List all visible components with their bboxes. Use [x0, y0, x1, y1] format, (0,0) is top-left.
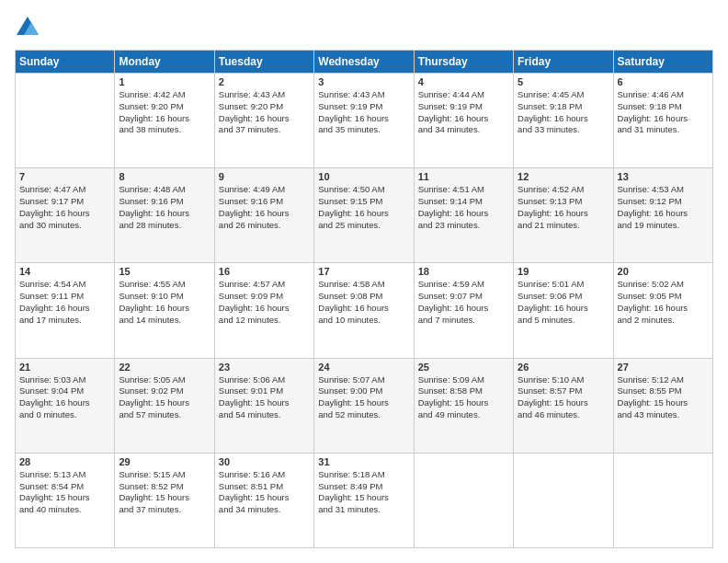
day-number: 8	[119, 171, 210, 182]
day-number: 26	[518, 362, 609, 373]
week-row-1: 1Sunrise: 4:42 AM Sunset: 9:20 PM Daylig…	[16, 74, 713, 168]
calendar-cell: 11Sunrise: 4:51 AM Sunset: 9:14 PM Dayli…	[414, 168, 513, 263]
day-number: 27	[618, 362, 709, 373]
day-number: 6	[618, 76, 709, 87]
day-number: 3	[318, 76, 409, 87]
day-number: 9	[219, 171, 310, 182]
calendar-cell: 8Sunrise: 4:48 AM Sunset: 9:16 PM Daylig…	[115, 168, 214, 263]
day-number: 15	[119, 266, 210, 277]
day-info: Sunrise: 4:51 AM Sunset: 9:14 PM Dayligh…	[418, 184, 509, 231]
calendar-cell: 24Sunrise: 5:07 AM Sunset: 9:00 PM Dayli…	[314, 358, 414, 453]
day-number: 16	[219, 266, 310, 277]
day-number: 4	[418, 76, 509, 87]
week-row-5: 28Sunrise: 5:13 AM Sunset: 8:54 PM Dayli…	[16, 453, 713, 547]
day-info: Sunrise: 5:15 AM Sunset: 8:52 PM Dayligh…	[119, 469, 210, 516]
day-number: 23	[219, 362, 310, 373]
calendar-cell: 13Sunrise: 4:53 AM Sunset: 9:12 PM Dayli…	[613, 168, 712, 263]
calendar-cell: 27Sunrise: 5:12 AM Sunset: 8:55 PM Dayli…	[613, 358, 712, 453]
day-number: 13	[618, 171, 709, 182]
week-row-2: 7Sunrise: 4:47 AM Sunset: 9:17 PM Daylig…	[16, 168, 713, 263]
calendar-cell: 2Sunrise: 4:43 AM Sunset: 9:20 PM Daylig…	[214, 74, 313, 168]
day-info: Sunrise: 4:52 AM Sunset: 9:13 PM Dayligh…	[518, 184, 609, 231]
day-info: Sunrise: 4:58 AM Sunset: 9:08 PM Dayligh…	[318, 279, 409, 326]
calendar-cell: 20Sunrise: 5:02 AM Sunset: 9:05 PM Dayli…	[613, 263, 712, 358]
calendar-cell: 31Sunrise: 5:18 AM Sunset: 8:49 PM Dayli…	[314, 453, 414, 547]
day-info: Sunrise: 5:01 AM Sunset: 9:06 PM Dayligh…	[518, 279, 609, 326]
day-number: 12	[518, 171, 609, 182]
col-header-tuesday: Tuesday	[214, 51, 313, 74]
header-row: SundayMondayTuesdayWednesdayThursdayFrid…	[16, 51, 713, 74]
calendar-cell: 30Sunrise: 5:16 AM Sunset: 8:51 PM Dayli…	[214, 453, 313, 547]
calendar-cell: 25Sunrise: 5:09 AM Sunset: 8:58 PM Dayli…	[414, 358, 513, 453]
calendar-cell: 9Sunrise: 4:49 AM Sunset: 9:16 PM Daylig…	[214, 168, 313, 263]
day-number: 24	[318, 362, 409, 373]
calendar-cell: 5Sunrise: 4:45 AM Sunset: 9:18 PM Daylig…	[514, 74, 613, 168]
day-number: 30	[219, 456, 310, 467]
day-number: 21	[19, 362, 110, 373]
day-info: Sunrise: 5:18 AM Sunset: 8:49 PM Dayligh…	[318, 469, 409, 516]
day-number: 22	[119, 362, 210, 373]
calendar-cell: 28Sunrise: 5:13 AM Sunset: 8:54 PM Dayli…	[16, 453, 115, 547]
day-number: 14	[19, 266, 110, 277]
header	[15, 15, 713, 40]
day-number: 1	[119, 76, 210, 87]
day-number: 18	[418, 266, 509, 277]
day-number: 29	[119, 456, 210, 467]
day-info: Sunrise: 5:09 AM Sunset: 8:58 PM Dayligh…	[418, 374, 509, 421]
day-number: 17	[318, 266, 409, 277]
day-number: 28	[19, 456, 110, 467]
calendar-cell	[16, 74, 115, 168]
calendar-cell: 26Sunrise: 5:10 AM Sunset: 8:57 PM Dayli…	[514, 358, 613, 453]
calendar-cell: 29Sunrise: 5:15 AM Sunset: 8:52 PM Dayli…	[115, 453, 214, 547]
day-info: Sunrise: 4:42 AM Sunset: 9:20 PM Dayligh…	[119, 89, 210, 136]
day-info: Sunrise: 4:50 AM Sunset: 9:15 PM Dayligh…	[318, 184, 409, 231]
col-header-wednesday: Wednesday	[314, 51, 414, 74]
day-info: Sunrise: 5:12 AM Sunset: 8:55 PM Dayligh…	[618, 374, 709, 421]
calendar-cell: 19Sunrise: 5:01 AM Sunset: 9:06 PM Dayli…	[514, 263, 613, 358]
calendar-cell	[414, 453, 513, 547]
day-info: Sunrise: 4:44 AM Sunset: 9:19 PM Dayligh…	[418, 89, 509, 136]
day-number: 19	[518, 266, 609, 277]
day-info: Sunrise: 5:05 AM Sunset: 9:02 PM Dayligh…	[119, 374, 210, 421]
day-info: Sunrise: 5:13 AM Sunset: 8:54 PM Dayligh…	[19, 469, 110, 516]
day-info: Sunrise: 4:55 AM Sunset: 9:10 PM Dayligh…	[119, 279, 210, 326]
day-info: Sunrise: 4:43 AM Sunset: 9:20 PM Dayligh…	[219, 89, 310, 136]
calendar-cell: 18Sunrise: 4:59 AM Sunset: 9:07 PM Dayli…	[414, 263, 513, 358]
calendar-cell: 23Sunrise: 5:06 AM Sunset: 9:01 PM Dayli…	[214, 358, 313, 453]
week-row-4: 21Sunrise: 5:03 AM Sunset: 9:04 PM Dayli…	[16, 358, 713, 453]
col-header-saturday: Saturday	[613, 51, 712, 74]
day-number: 10	[318, 171, 409, 182]
day-info: Sunrise: 5:02 AM Sunset: 9:05 PM Dayligh…	[618, 279, 709, 326]
col-header-sunday: Sunday	[16, 51, 115, 74]
calendar-cell: 1Sunrise: 4:42 AM Sunset: 9:20 PM Daylig…	[115, 74, 214, 168]
day-number: 11	[418, 171, 509, 182]
calendar-cell: 21Sunrise: 5:03 AM Sunset: 9:04 PM Dayli…	[16, 358, 115, 453]
day-number: 25	[418, 362, 509, 373]
day-info: Sunrise: 4:45 AM Sunset: 9:18 PM Dayligh…	[518, 89, 609, 136]
day-number: 31	[318, 456, 409, 467]
week-row-3: 14Sunrise: 4:54 AM Sunset: 9:11 PM Dayli…	[16, 263, 713, 358]
day-info: Sunrise: 5:03 AM Sunset: 9:04 PM Dayligh…	[19, 374, 110, 421]
calendar-cell: 4Sunrise: 4:44 AM Sunset: 9:19 PM Daylig…	[414, 74, 513, 168]
calendar-cell	[613, 453, 712, 547]
day-number: 7	[19, 171, 110, 182]
day-info: Sunrise: 5:07 AM Sunset: 9:00 PM Dayligh…	[318, 374, 409, 421]
day-info: Sunrise: 4:53 AM Sunset: 9:12 PM Dayligh…	[618, 184, 709, 231]
calendar-cell: 10Sunrise: 4:50 AM Sunset: 9:15 PM Dayli…	[314, 168, 414, 263]
day-info: Sunrise: 5:10 AM Sunset: 8:57 PM Dayligh…	[518, 374, 609, 421]
calendar-cell: 12Sunrise: 4:52 AM Sunset: 9:13 PM Dayli…	[514, 168, 613, 263]
day-info: Sunrise: 4:54 AM Sunset: 9:11 PM Dayligh…	[19, 279, 110, 326]
day-info: Sunrise: 5:16 AM Sunset: 8:51 PM Dayligh…	[219, 469, 310, 516]
calendar-cell: 16Sunrise: 4:57 AM Sunset: 9:09 PM Dayli…	[214, 263, 313, 358]
day-number: 5	[518, 76, 609, 87]
calendar-cell: 17Sunrise: 4:58 AM Sunset: 9:08 PM Dayli…	[314, 263, 414, 358]
day-info: Sunrise: 4:49 AM Sunset: 9:16 PM Dayligh…	[219, 184, 310, 231]
calendar-cell: 7Sunrise: 4:47 AM Sunset: 9:17 PM Daylig…	[16, 168, 115, 263]
day-number: 2	[219, 76, 310, 87]
calendar-cell: 3Sunrise: 4:43 AM Sunset: 9:19 PM Daylig…	[314, 74, 414, 168]
day-info: Sunrise: 4:46 AM Sunset: 9:18 PM Dayligh…	[618, 89, 709, 136]
calendar-cell: 14Sunrise: 4:54 AM Sunset: 9:11 PM Dayli…	[16, 263, 115, 358]
col-header-friday: Friday	[514, 51, 613, 74]
day-info: Sunrise: 4:57 AM Sunset: 9:09 PM Dayligh…	[219, 279, 310, 326]
page: SundayMondayTuesdayWednesdayThursdayFrid…	[0, 0, 728, 563]
